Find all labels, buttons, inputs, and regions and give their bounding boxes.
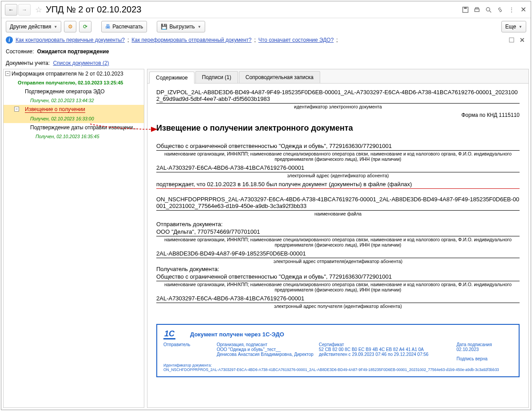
more-vert-icon[interactable]: ⋮ xyxy=(508,6,516,14)
print-button[interactable]: 🖶Распечатать xyxy=(101,21,147,32)
app-window: ← → ☆ УПД № 2 от 02.10.2023 ⋮ ✕ Другие д… xyxy=(1,1,531,410)
sig-cert-value: 52 CB 82 00 8C B0 EC B9 4B 4C EB 82 A4 4… xyxy=(319,347,452,357)
close-info-icon[interactable]: ✕ xyxy=(518,36,526,44)
info-icon: i xyxy=(6,36,13,44)
sig-org-value: ООО "Одежда и обувь"_тест__ Денисова Ана… xyxy=(217,347,314,357)
star-icon[interactable]: ☆ xyxy=(35,5,42,15)
tree-icon: ⚙ xyxy=(68,24,73,30)
print-icon[interactable] xyxy=(473,6,481,14)
collapse-icon[interactable]: − xyxy=(5,71,10,76)
doc-sender-caption: наименование организации, ИНН/КПП; наиме… xyxy=(156,236,520,249)
help-link-reform[interactable]: Как переформировать отправленный докумен… xyxy=(131,37,251,43)
sig-sender-label: Отправитель xyxy=(163,342,212,361)
tree-sent-status: Отправлен получателю, 02.10.2023 13:25:4… xyxy=(4,78,144,87)
tree-root[interactable]: − Информация отправителя № 2 от 02.10.20… xyxy=(4,69,144,78)
tree-item-date-confirm-status: Получен, 02.10.2023 16:35:45 xyxy=(4,132,144,141)
chevron-down-icon: ▼ xyxy=(198,25,201,29)
page-title: УПД № 2 от 02.10.2023 xyxy=(46,4,141,15)
tree-item-receipt-notice[interactable]: − Извещение о получении xyxy=(4,105,144,114)
org-structure-button[interactable]: ⚙ xyxy=(64,21,76,32)
export-button[interactable]: 💾Выгрузить▼ xyxy=(157,21,205,32)
doc-addr1-caption: электронный адрес (идентификатор абонент… xyxy=(156,172,520,180)
chevron-down-icon: ▼ xyxy=(54,25,57,29)
status-bar: Состояние: Ожидается подтверждение xyxy=(1,47,531,56)
doc-file-caption: наименование файла xyxy=(156,211,520,218)
doc-receiver: Общество с ограниченной ответственностью… xyxy=(156,272,520,281)
sig-id-label: Идентификатор документа: xyxy=(163,363,512,367)
doc-receiver-label: Получатель документа: xyxy=(156,266,520,272)
svg-rect-1 xyxy=(464,7,467,9)
sig-id-value: ON_NSCHFDOPPRPROS_2AL-A7303297-E6CA-4BD6… xyxy=(163,367,512,372)
doc-sender-addr-caption: электронный адрес отправителя(идентифика… xyxy=(156,258,520,266)
refresh-button[interactable]: ⟳ xyxy=(79,21,91,32)
titlebar: ← → ☆ УПД № 2 от 02.10.2023 ⋮ ✕ xyxy=(1,1,531,18)
doc-confirm: подтверждает, что 02.10.2023 в 16.18.50 … xyxy=(156,180,520,189)
sig-org-label: Организация, подписант xyxy=(217,342,314,347)
doc-org1-caption: наименование организации, ИНН/КПП; наиме… xyxy=(156,151,520,164)
more-button[interactable]: Еще▼ xyxy=(501,21,526,32)
chevron-down-icon: ▼ xyxy=(519,25,522,29)
sig-date-label: Дата подписания xyxy=(457,342,512,347)
status-value: Ожидается подтверждение xyxy=(37,48,109,55)
signature-box: 1C Документ получен через 1С-ЭДО Отправи… xyxy=(156,324,520,377)
collapse-icon[interactable]: − xyxy=(14,107,19,112)
doc-org1: Общество с ограниченной ответственностью… xyxy=(156,142,520,151)
sig-cert-label: Сертификат xyxy=(319,342,452,347)
docs-line: Документы учета: Список документов (2) xyxy=(1,56,531,69)
1c-logo: 1C xyxy=(163,329,190,339)
note-icon[interactable] xyxy=(508,36,516,44)
doc-id: DP_IZVPOL_2AL-AB8DE3D6-BD49-4A87-9F49-18… xyxy=(156,88,520,104)
svg-rect-3 xyxy=(476,8,478,9)
doc-file: ON_NSCHFDOPPRPROS_2AL-A7303297-E6CA-4BD6… xyxy=(156,195,520,211)
save-icon[interactable] xyxy=(461,6,469,14)
help-link-edo-state[interactable]: Что означает состояние ЭДО? xyxy=(258,37,334,43)
tree-item-date-confirm[interactable]: Подтверждение даты отправки извещени... xyxy=(4,123,144,132)
nav-forward-button[interactable]: → xyxy=(18,4,31,16)
tree-item-operator-confirm[interactable]: Подтверждение оператора ЭДО xyxy=(4,87,144,96)
tree-item-receipt-notice-status: Получен, 02.10.2023 16:33:00 xyxy=(4,114,144,123)
tab-signatures[interactable]: Подписи (1) xyxy=(195,71,238,83)
disk-icon: 💾 xyxy=(161,24,167,30)
arrow-right-icon: → xyxy=(22,7,27,13)
docs-label: Документы учета: xyxy=(6,60,50,66)
close-icon[interactable]: ✕ xyxy=(519,6,527,14)
tab-note[interactable]: Сопроводительная записка xyxy=(239,71,320,83)
link-icon[interactable] xyxy=(496,6,504,14)
sig-date-value: 02.10.2023 xyxy=(457,347,512,352)
doc-form: Форма по КНД 1115110 xyxy=(156,111,520,119)
other-actions-button[interactable]: Другие действия▼ xyxy=(6,21,61,32)
svg-rect-2 xyxy=(475,9,479,12)
doc-receiver-addr-caption: электронный адрес получателя (идентифика… xyxy=(156,303,520,311)
svg-line-5 xyxy=(489,11,491,12)
doc-receiver-addr: 2AL-A7303297-E6CA-4BD6-A738-41BCA7619276… xyxy=(156,294,520,303)
help-link-control[interactable]: Как контролировать первичные документы? xyxy=(16,37,125,43)
infobar: i Как контролировать первичные документы… xyxy=(1,35,531,47)
refresh-icon: ⟳ xyxy=(83,24,87,30)
doc-receiver-caption: наименование организации, ИНН/КПП; наиме… xyxy=(156,281,520,294)
arrow-left-icon: ← xyxy=(8,7,14,13)
tabs: Содержимое Подписи (1) Сопроводительная … xyxy=(147,69,528,84)
main-area: − Информация отправителя № 2 от 02.10.20… xyxy=(1,69,531,410)
svg-rect-6 xyxy=(509,38,514,42)
toolbar: Другие действия▼ ⚙ ⟳ 🖶Распечатать 💾Выгру… xyxy=(1,18,531,35)
nav-back-button[interactable]: ← xyxy=(5,4,17,16)
doc-sender-label: Отправитель документа: xyxy=(156,218,520,227)
sig-title: Документ получен через 1С-ЭДО xyxy=(190,329,284,338)
sig-status: Подпись верна xyxy=(457,356,512,361)
docs-list-link[interactable]: Список документов (2) xyxy=(53,60,109,66)
doc-sender: ООО "Дельта", 7707574669/770701001 xyxy=(156,227,520,236)
tree-item-operator-confirm-status: Получен, 02.10.2023 13:44:32 xyxy=(4,96,144,105)
printer-icon: 🖶 xyxy=(105,24,111,30)
svg-point-4 xyxy=(486,8,490,11)
content-panel: Содержимое Подписи (1) Сопроводительная … xyxy=(147,69,529,408)
doc-title: Извещение о получении электронного докум… xyxy=(156,119,520,142)
preview-icon[interactable] xyxy=(484,6,492,14)
doc-id-caption: идентификатор электронного документа xyxy=(156,104,520,111)
doc-sender-addr: 2AL-AB8DE3D6-BD49-4A87-9F49-185235F0D6EB… xyxy=(156,249,520,258)
tree-panel: − Информация отправителя № 2 от 02.10.20… xyxy=(3,69,144,408)
doc-addr1: 2AL-A7303297-E6CA-4BD6-A738-41BCA7619276… xyxy=(156,164,520,172)
document-viewer[interactable]: DP_IZVPOL_2AL-AB8DE3D6-BD49-4A87-9F49-18… xyxy=(147,84,528,407)
status-label: Состояние: xyxy=(6,48,34,55)
tab-content[interactable]: Содержимое xyxy=(149,72,195,84)
